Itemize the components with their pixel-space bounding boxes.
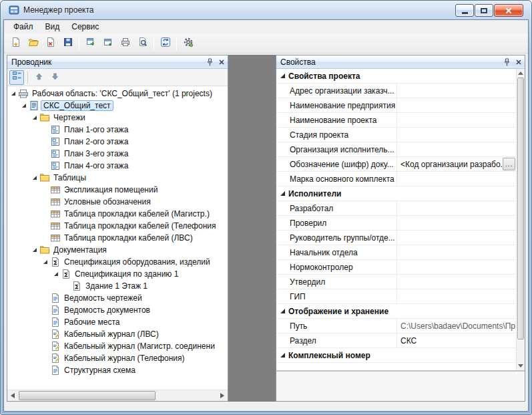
property-row[interactable]: Организация исполнитель... bbox=[276, 142, 516, 157]
settings-button[interactable] bbox=[180, 35, 196, 51]
scroll-right-icon[interactable] bbox=[216, 390, 228, 401]
property-category-row[interactable]: Исполнители bbox=[276, 186, 516, 201]
properties-panel-header[interactable]: Свойства bbox=[276, 55, 525, 69]
property-row[interactable]: Обозначение (шифр) доку...<Код организац… bbox=[276, 157, 516, 172]
tree-item[interactable]: Спецификация по зданию 1 bbox=[7, 268, 228, 280]
tree-item[interactable]: Рабочая область: 'СКС_Общий_тест' (1 pro… bbox=[7, 88, 228, 100]
new-document-button[interactable] bbox=[99, 35, 116, 51]
tree-item[interactable]: План 1-ого этажа bbox=[7, 124, 228, 136]
scroll-up-icon[interactable] bbox=[517, 69, 525, 78]
tree-item[interactable]: Документация bbox=[7, 244, 228, 256]
tree-item[interactable]: Ведомость документов bbox=[7, 304, 228, 316]
tree-expander-icon[interactable] bbox=[19, 103, 29, 108]
view-toggle-button[interactable] bbox=[9, 70, 24, 85]
tree-expander-icon[interactable] bbox=[30, 247, 39, 253]
property-row[interactable]: Адрес организации заказч... bbox=[276, 84, 516, 98]
minimize-button[interactable] bbox=[455, 4, 474, 17]
close-project-button[interactable] bbox=[42, 35, 59, 51]
tree-item[interactable]: Таблица прокладки кабелей (Телефония bbox=[7, 220, 228, 232]
tree-item[interactable]: Рабочие места bbox=[7, 316, 228, 328]
import-document-button[interactable] bbox=[82, 35, 99, 51]
property-row[interactable]: ПутьC:\Users\badaev\Documents\Пр bbox=[276, 319, 516, 333]
property-category-row[interactable]: Свойства проекта bbox=[276, 69, 516, 84]
property-value[interactable] bbox=[396, 201, 516, 215]
move-up-button[interactable] bbox=[31, 70, 46, 85]
tree-item[interactable]: СКС_Общий_тест bbox=[7, 100, 228, 112]
new-project-button[interactable] bbox=[7, 35, 24, 51]
property-value[interactable] bbox=[396, 275, 516, 289]
tree-item[interactable]: Кабельный журнал (Телефония) bbox=[7, 352, 228, 364]
property-row[interactable]: Нормоконтролер bbox=[276, 260, 516, 275]
category-expander-icon[interactable] bbox=[276, 69, 288, 83]
scroll-down-icon[interactable] bbox=[517, 362, 525, 370]
ellipsis-button[interactable]: ... bbox=[503, 158, 515, 170]
property-row[interactable]: Проверил bbox=[276, 216, 516, 231]
explorer-panel-header[interactable]: Проводник bbox=[7, 55, 228, 69]
property-value[interactable] bbox=[396, 142, 516, 156]
tree-item[interactable]: Здание 1 Этаж 1 bbox=[7, 280, 228, 292]
property-value[interactable] bbox=[396, 260, 516, 274]
maximize-button[interactable] bbox=[475, 4, 493, 17]
property-value[interactable]: C:\Users\badaev\Documents\Пр bbox=[396, 319, 516, 333]
tree-item[interactable]: План 3-его этажа bbox=[7, 148, 228, 160]
close-button[interactable] bbox=[494, 4, 523, 17]
property-row[interactable]: ГИП bbox=[276, 289, 516, 304]
property-row[interactable]: Стадия проекта bbox=[276, 128, 516, 142]
tree-item[interactable]: Экспликация помещений bbox=[7, 184, 228, 196]
tree-expander-icon[interactable] bbox=[30, 115, 39, 120]
tree-expander-icon[interactable] bbox=[51, 271, 61, 277]
explorer-hscrollbar[interactable] bbox=[7, 390, 228, 401]
property-value[interactable] bbox=[396, 98, 516, 112]
tree-item[interactable]: Ведомость чертежей bbox=[7, 292, 228, 304]
property-value[interactable] bbox=[396, 245, 516, 259]
property-row[interactable]: Марка основного комплекта bbox=[276, 172, 516, 186]
property-value[interactable] bbox=[396, 113, 516, 127]
property-row[interactable]: Утвердил bbox=[276, 275, 516, 289]
tree-item[interactable]: Кабельный журнал (Магистр. соединени bbox=[7, 340, 228, 352]
tree-item[interactable]: План 2-ого этажа bbox=[7, 136, 228, 148]
update-database-button[interactable] bbox=[157, 35, 174, 51]
save-button[interactable] bbox=[59, 35, 76, 51]
property-value[interactable] bbox=[396, 289, 516, 303]
tree-item[interactable]: Таблица прокладки кабелей (ЛВС) bbox=[7, 232, 228, 244]
tree-item[interactable]: Кабельный журнал (ЛВС) bbox=[7, 328, 228, 340]
tree-item[interactable]: Таблицы bbox=[7, 172, 228, 184]
tree-expander-icon[interactable] bbox=[41, 259, 50, 265]
property-value[interactable] bbox=[396, 84, 516, 98]
tree-item[interactable]: Таблица прокладки кабелей (Магистр.) bbox=[7, 208, 228, 220]
menu-file[interactable]: Файл bbox=[7, 20, 39, 33]
property-category-row[interactable]: Отображение и хранение bbox=[276, 304, 516, 319]
tree-item[interactable]: Чертежи bbox=[7, 112, 228, 124]
preview-button[interactable] bbox=[134, 35, 151, 51]
vscroll-thumb[interactable] bbox=[517, 78, 524, 339]
property-row[interactable]: Наименование предприятия bbox=[276, 98, 516, 113]
property-value[interactable] bbox=[396, 128, 516, 142]
property-value[interactable] bbox=[396, 231, 516, 245]
property-value[interactable] bbox=[396, 216, 516, 230]
property-value[interactable]: СКС bbox=[396, 333, 516, 348]
menu-service[interactable]: Сервис bbox=[65, 20, 105, 33]
print-button[interactable] bbox=[117, 35, 134, 51]
property-row[interactable]: Руководитель группы/отде... bbox=[276, 231, 516, 245]
tree-item[interactable]: Условные обозначения bbox=[7, 196, 228, 208]
property-value[interactable]: <Код организации разрабо...... bbox=[396, 157, 516, 171]
hscroll-thumb[interactable] bbox=[19, 391, 156, 400]
category-expander-icon[interactable] bbox=[276, 186, 288, 200]
tree-expander-icon[interactable] bbox=[9, 91, 18, 96]
property-row[interactable]: РазделСКС bbox=[276, 333, 516, 348]
tree-item[interactable]: Структурная схема bbox=[7, 364, 228, 376]
tree-expander-icon[interactable] bbox=[30, 175, 39, 180]
open-project-button[interactable] bbox=[25, 35, 41, 51]
property-row[interactable]: Начальник отдела bbox=[276, 245, 516, 260]
menu-view[interactable]: Вид bbox=[39, 20, 66, 33]
scroll-left-icon[interactable] bbox=[7, 390, 19, 401]
property-category-row[interactable]: Комплексный номер bbox=[276, 348, 516, 363]
category-expander-icon[interactable] bbox=[276, 348, 288, 362]
properties-vscrollbar[interactable] bbox=[516, 69, 525, 370]
tree-item[interactable]: Спецификация оборудования, изделий bbox=[7, 256, 228, 268]
property-value[interactable] bbox=[396, 172, 516, 186]
pin-icon[interactable] bbox=[206, 58, 214, 66]
property-row[interactable]: Разработал bbox=[276, 201, 516, 216]
pin-icon[interactable] bbox=[503, 58, 511, 66]
tree-item[interactable]: План 4-ого этажа bbox=[7, 160, 228, 172]
